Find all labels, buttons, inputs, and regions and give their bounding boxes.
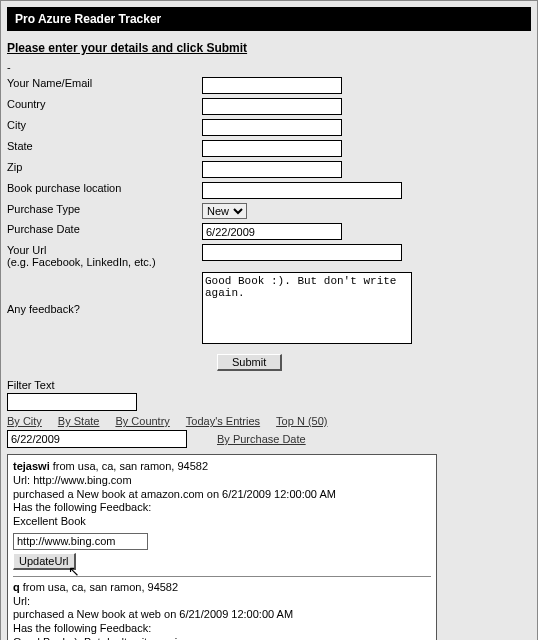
name-input[interactable] <box>202 77 342 94</box>
state-label: State <box>7 138 202 159</box>
zip-input[interactable] <box>202 161 342 178</box>
link-by-state[interactable]: By State <box>58 415 100 427</box>
link-by-country[interactable]: By Country <box>115 415 169 427</box>
link-topn[interactable]: Top N (50) <box>276 415 327 427</box>
entry-feedback: Good Book :). But don't write again. <box>13 636 431 640</box>
link-today[interactable]: Today's Entries <box>186 415 260 427</box>
entry-url-line: Url: http://www.bing.com <box>13 474 431 488</box>
city-input[interactable] <box>202 119 342 136</box>
entry-url-input[interactable] <box>13 533 148 550</box>
form: Your Name/Email Country City State Zip B… <box>7 75 416 348</box>
location-label: Book purchase location <box>7 180 202 201</box>
title-bar: Pro Azure Reader Tracker <box>7 7 531 31</box>
date-row: By Purchase Date <box>7 430 531 448</box>
form-prompt: Please enter your details and click Subm… <box>7 41 531 55</box>
app-window: Pro Azure Reader Tracker Please enter yo… <box>0 0 538 640</box>
link-by-city[interactable]: By City <box>7 415 42 427</box>
entry-purchase-line: purchased a New book at web on 6/21/2009… <box>13 608 431 622</box>
location-input[interactable] <box>202 182 402 199</box>
ptype-select[interactable]: New <box>202 203 247 219</box>
link-by-date[interactable]: By Purchase Date <box>217 433 306 445</box>
country-input[interactable] <box>202 98 342 115</box>
entry-feedback: Excellent Book <box>13 515 431 529</box>
url-input[interactable] <box>202 244 402 261</box>
ptype-label: Purchase Type <box>7 201 202 221</box>
feedback-label: Any feedback? <box>7 270 202 348</box>
entry-url-line: Url: <box>13 595 431 609</box>
zip-label: Zip <box>7 159 202 180</box>
dash: - <box>7 61 531 73</box>
result-entry: tejaswi from usa, ca, san ramon, 94582 U… <box>13 460 431 577</box>
pdate-input[interactable] <box>202 223 342 240</box>
entry-purchase-line: purchased a New book at amazon.com on 6/… <box>13 488 431 502</box>
entry-feedback-intro: Has the following Feedback: <box>13 622 431 636</box>
results-panel: tejaswi from usa, ca, san ramon, 94582 U… <box>7 454 437 640</box>
result-entry: q from usa, ca, san ramon, 94582 Url: pu… <box>13 581 431 640</box>
filter-links: By City By State By Country Today's Entr… <box>7 415 531 427</box>
submit-button[interactable]: Submit <box>217 354 282 371</box>
country-label: Country <box>7 96 202 117</box>
filter-date-input[interactable] <box>7 430 187 448</box>
url-label: Your Url (e.g. Facebook, LinkedIn, etc.) <box>7 242 202 270</box>
state-input[interactable] <box>202 140 342 157</box>
city-label: City <box>7 117 202 138</box>
update-url-button[interactable]: UpdateUrl <box>13 553 76 570</box>
pdate-label: Purchase Date <box>7 221 202 242</box>
entry-feedback-intro: Has the following Feedback: <box>13 501 431 515</box>
name-label: Your Name/Email <box>7 75 202 96</box>
feedback-textarea[interactable]: Good Book :). But don't write again. <box>202 272 412 344</box>
filter-label: Filter Text <box>7 379 531 391</box>
filter-section: Filter Text <box>7 379 531 411</box>
filter-input[interactable] <box>7 393 137 411</box>
